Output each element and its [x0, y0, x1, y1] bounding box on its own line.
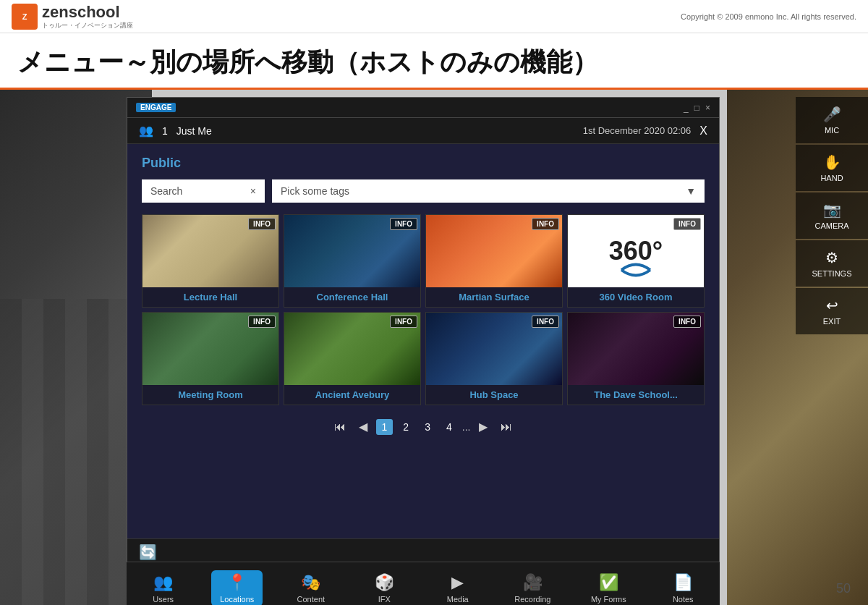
- toolbar-icon-0: 👥: [153, 573, 173, 592]
- menu-header: 👥 1 Just Me 1st December 2020 02:06 X: [127, 118, 719, 144]
- logo-sub: トゥルー・イノベーション講座: [42, 22, 133, 30]
- room-name-6: Hub Space: [426, 385, 562, 405]
- toolbar-icon-1: 📍: [227, 573, 247, 592]
- toolbar-item-recording[interactable]: 🎥Recording: [506, 570, 559, 606]
- info-badge-3[interactable]: INFO: [673, 218, 701, 230]
- toolbar-label-2: Content: [297, 595, 326, 604]
- close-x-button[interactable]: X: [699, 124, 707, 138]
- ctrl-btn-exit[interactable]: ↩EXIT: [796, 288, 868, 334]
- info-badge-4[interactable]: INFO: [248, 316, 276, 328]
- rooms-grid: INFOLecture HallINFOConference HallINFOM…: [142, 214, 705, 405]
- room-name-0: Lecture Hall: [142, 287, 278, 307]
- toolbar-icon-6: ✅: [599, 573, 618, 592]
- room-card-2[interactable]: INFOMartian Surface: [425, 214, 563, 308]
- window-controls: _ □ ×: [684, 103, 710, 113]
- toolbar-icon-3: 🎲: [375, 573, 394, 592]
- ctrl-btn-camera[interactable]: 📷CAMERA: [796, 192, 868, 239]
- toolbar-item-my-forms[interactable]: ✅My Forms: [582, 570, 635, 606]
- menu-right: 1st December 2020 02:06 X: [583, 124, 707, 138]
- toolbar-item-locations[interactable]: 📍Locations: [211, 570, 263, 606]
- chevron-down-icon: ▼: [686, 185, 696, 197]
- toolbar-label-0: Users: [153, 595, 174, 604]
- room-card-1[interactable]: INFOConference Hall: [284, 214, 421, 308]
- maximize-button[interactable]: □: [694, 103, 699, 113]
- toolbar-item-ifx[interactable]: 🎲IFX: [359, 570, 409, 606]
- ctrl-icon-1: ✋: [823, 153, 841, 171]
- page-4-button[interactable]: 4: [441, 419, 458, 435]
- toolbar-label-3: IFX: [378, 595, 391, 604]
- copyright: Copyright © 2009 enmono Inc. All rights …: [681, 12, 856, 21]
- logo-area: Z zenschool トゥルー・イノベーション講座: [12, 3, 133, 30]
- room-name-7: The Dave School...: [568, 385, 704, 405]
- toolbar-icon-7: 📄: [673, 573, 693, 592]
- page-title: メニュー～別の場所へ移動（ホストのみの機能）: [0, 33, 868, 90]
- toolbar-label-1: Locations: [220, 595, 254, 604]
- toolbar-item-media[interactable]: ▶Media: [433, 570, 483, 606]
- room-card-3[interactable]: 360° INFO360 Video Room: [567, 214, 705, 308]
- ctrl-icon-0: 🎤: [823, 106, 841, 123]
- bottom-toolbar: 👥Users📍Locations🎭Content🎲IFX▶Media🎥Recor…: [127, 562, 720, 605]
- ctrl-label-1: HAND: [820, 174, 843, 182]
- main-content: Public Search × Pick some tags ▼ INFOLec…: [127, 144, 719, 538]
- info-badge-7[interactable]: INFO: [673, 316, 701, 328]
- page-dots: ...: [462, 421, 471, 433]
- content-area: ENGAGE _ □ × 👥 1 Just Me 1st December 20…: [0, 90, 868, 605]
- last-page-button[interactable]: ⏭: [496, 419, 516, 435]
- ctrl-btn-hand[interactable]: ✋HAND: [796, 145, 868, 191]
- info-badge-0[interactable]: INFO: [248, 218, 276, 230]
- right-controls: 🎤MIC✋HAND📷CAMERA⚙SETTINGS↩EXIT: [796, 97, 868, 334]
- users-count: 1: [162, 125, 168, 137]
- toolbar-icon-4: ▶: [451, 573, 464, 592]
- window-title-left: ENGAGE: [136, 103, 176, 112]
- ctrl-icon-4: ↩: [826, 297, 838, 314]
- info-badge-1[interactable]: INFO: [390, 218, 417, 230]
- room-name-4: Meeting Room: [142, 385, 278, 405]
- engage-badge: ENGAGE: [136, 103, 176, 112]
- room-card-0[interactable]: INFOLecture Hall: [142, 214, 279, 308]
- ctrl-label-3: SETTINGS: [812, 269, 851, 278]
- info-badge-6[interactable]: INFO: [532, 316, 559, 328]
- search-clear-icon[interactable]: ×: [250, 185, 256, 197]
- next-page-button[interactable]: ▶: [475, 418, 492, 435]
- room-card-6[interactable]: INFOHub Space: [425, 312, 563, 405]
- page-1-button[interactable]: 1: [376, 419, 393, 435]
- app-window: ENGAGE _ □ × 👥 1 Just Me 1st December 20…: [127, 97, 720, 566]
- window-titlebar: ENGAGE _ □ ×: [127, 98, 719, 118]
- logo-icon: Z: [12, 4, 38, 30]
- menu-left: 👥 1 Just Me: [139, 124, 212, 138]
- logo-text: zenschool: [42, 3, 133, 22]
- toolbar-item-content[interactable]: 🎭Content: [286, 570, 336, 606]
- toolbar-item-notes[interactable]: 📄Notes: [658, 570, 708, 606]
- ctrl-label-2: CAMERA: [814, 221, 848, 230]
- ctrl-btn-mic[interactable]: 🎤MIC: [796, 97, 868, 143]
- room-card-7[interactable]: INFOThe Dave School...: [567, 312, 705, 405]
- refresh-button[interactable]: 🔄: [139, 543, 157, 561]
- ctrl-icon-3: ⚙: [825, 249, 838, 266]
- room-card-5[interactable]: INFOAncient Avebury: [284, 312, 421, 405]
- tags-dropdown[interactable]: Pick some tags ▼: [272, 179, 705, 203]
- page-3-button[interactable]: 3: [419, 419, 436, 435]
- toolbar-label-4: Media: [447, 595, 469, 604]
- info-badge-5[interactable]: INFO: [390, 316, 417, 328]
- ctrl-btn-settings[interactable]: ⚙SETTINGS: [796, 240, 868, 287]
- room-name-3: 360 Video Room: [568, 287, 704, 307]
- search-box[interactable]: Search ×: [142, 179, 265, 203]
- toolbar-label-5: Recording: [514, 595, 550, 604]
- room-card-4[interactable]: INFOMeeting Room: [142, 312, 279, 405]
- toolbar-icon-2: 🎭: [301, 573, 320, 592]
- prev-page-button[interactable]: ◀: [354, 418, 372, 435]
- tags-placeholder: Pick some tags: [281, 185, 349, 197]
- first-page-button[interactable]: ⏮: [330, 419, 350, 435]
- room-name-2: Martian Surface: [426, 287, 562, 307]
- top-bar: Z zenschool トゥルー・イノベーション講座 Copyright © 2…: [0, 0, 868, 33]
- toolbar-label-6: My Forms: [591, 595, 626, 604]
- minimize-button[interactable]: _: [684, 103, 689, 113]
- ctrl-label-4: EXIT: [823, 317, 841, 326]
- search-placeholder: Search: [150, 185, 182, 197]
- info-badge-2[interactable]: INFO: [532, 218, 559, 230]
- close-button[interactable]: ×: [705, 103, 710, 113]
- page-2-button[interactable]: 2: [397, 419, 414, 435]
- toolbar-item-users[interactable]: 👥Users: [138, 570, 189, 606]
- page-number: 50: [836, 581, 851, 596]
- room-name-1: Conference Hall: [284, 287, 420, 307]
